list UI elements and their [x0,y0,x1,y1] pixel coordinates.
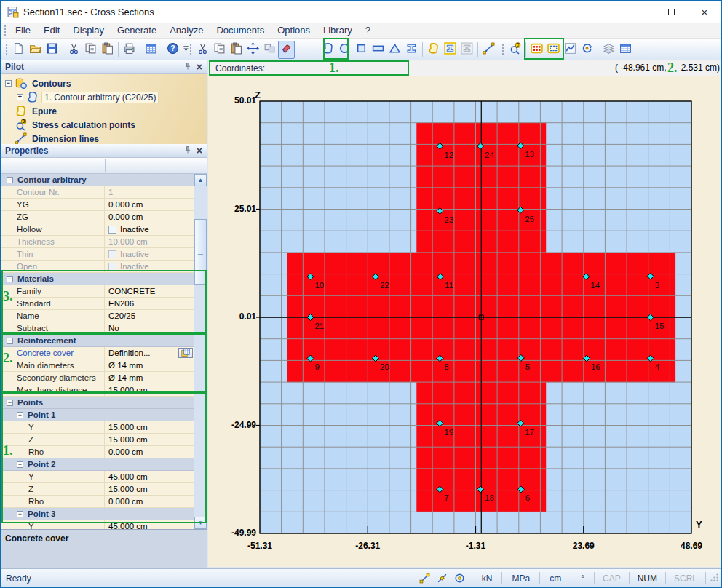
paste-button[interactable] [99,41,116,59]
property-row-open[interactable]: OpenInactive [1,261,195,273]
section-plot[interactable]: 122413232510221114321159208516419177186 [260,101,691,533]
contour-circle-button[interactable] [336,41,353,59]
property-value[interactable]: 0.000 cm [105,446,195,458]
unit-deg[interactable]: ° [575,573,590,584]
unit-cm[interactable]: cm [544,573,567,584]
property-row-yg[interactable]: YG0.000 cm [1,199,195,211]
reinforcement-bars-button[interactable] [528,41,545,59]
property-row-thin[interactable]: ThinInactive [1,248,195,261]
checkbox[interactable] [108,250,116,258]
help-button[interactable]: ? [164,41,181,59]
i-section-disabled-button[interactable] [459,41,475,59]
maximize-button[interactable] [654,1,688,23]
cut-button[interactable] [194,41,211,59]
paste-button[interactable] [228,41,245,59]
menu-display[interactable]: Display [66,23,111,37]
collapse-icon[interactable]: − [7,276,13,282]
move-button[interactable] [245,41,261,59]
property-value[interactable]: Inactive [105,223,195,235]
menu-[interactable]: ? [359,23,377,37]
property-row-y[interactable]: Y45.000 cm [1,471,195,483]
property-row-secondary-diameters[interactable]: Secondary diametersØ 14 mm [1,372,195,384]
open-file-button[interactable] [27,41,44,59]
property-value[interactable]: 15.000 cm [105,421,195,433]
property-value[interactable]: Inactive [105,261,195,272]
contour-triangle-button[interactable] [386,41,403,59]
copy-button[interactable] [211,41,228,59]
pilot-item-epure[interactable]: Epure [1,104,207,118]
collapse-icon[interactable]: − [7,400,13,406]
layers-button[interactable] [600,41,617,59]
property-group-reinforcement[interactable]: −Reinforcement [1,335,195,347]
definition-button[interactable] [178,348,193,358]
menu-edit[interactable]: Edit [37,23,66,37]
property-value[interactable]: 0.000 cm [105,211,195,223]
collapse-icon[interactable]: − [5,80,12,87]
property-row-rho[interactable]: Rho0.000 cm [1,496,195,508]
properties-scrollbar[interactable]: ▲ ▼ [194,174,207,529]
property-row-y[interactable]: Y15.000 cm [1,421,195,434]
toolbar-grip[interactable] [6,44,7,55]
pilot-item-contours[interactable]: −Contours [1,76,207,90]
drawing-canvas[interactable]: 1224132325102211143211592085164191771865… [208,76,722,567]
menu-generate[interactable]: Generate [111,23,163,37]
property-row-zg[interactable]: ZG0.000 cm [1,211,195,223]
scroll-down-button[interactable]: ▼ [194,517,207,529]
property-row-contour-nr-[interactable]: Contour Nr.1 [1,186,195,199]
scrollbar-thumb[interactable] [194,219,207,285]
property-row-concrete-cover[interactable]: Concrete coverDefinition... [1,347,195,359]
checkbox[interactable] [108,226,116,234]
menu-file[interactable]: File [9,23,37,37]
menu-options[interactable]: Options [271,23,317,37]
close-icon[interactable]: × [197,62,202,72]
epure-i-section-button[interactable] [442,41,459,59]
property-group-point-3[interactable]: −Point 3 [1,508,195,520]
property-value[interactable]: 10.000 cm [105,236,195,247]
property-value[interactable]: 45.000 cm [105,520,195,529]
property-row-family[interactable]: FamilyCONCRETE [1,285,195,298]
property-value[interactable]: 0.000 cm [105,199,195,210]
new-document-button[interactable] [10,41,27,59]
unit-mpa[interactable]: MPa [506,573,536,584]
collapse-icon[interactable]: − [7,338,13,344]
close-button[interactable]: × [688,1,721,23]
pilot-item-1-contour-arbitrary-c20-25[interactable]: +1. Contour arbitrary (C20/25) [1,90,207,104]
minimize-button[interactable] [621,1,654,23]
property-row-z[interactable]: Z15.000 cm [1,483,195,496]
toolbar-grip[interactable] [502,44,504,55]
save-file-button[interactable] [44,41,60,59]
rotate-view-button[interactable] [579,41,595,59]
checkbox[interactable] [108,263,116,271]
menu-library[interactable]: Library [317,23,359,37]
property-row-name[interactable]: NameC20/25 [1,310,195,322]
property-row-thickness[interactable]: Thickness10.000 cm [1,236,195,248]
property-value[interactable]: No [105,322,195,334]
duplicate-button[interactable] [261,41,278,59]
collapse-icon[interactable]: − [17,461,23,468]
property-row-hollow[interactable]: HollowInactive [1,223,195,236]
menu-analyze[interactable]: Analyze [163,23,210,37]
collapse-icon[interactable]: − [17,412,23,418]
unit-kn[interactable]: kN [476,573,499,584]
property-value[interactable]: EN206 [105,298,195,309]
property-value[interactable]: Ø 14 mm [105,359,195,371]
property-value[interactable]: Ø 14 mm [105,372,195,384]
property-value[interactable]: 1 [105,186,195,198]
property-row-rho[interactable]: Rho0.000 cm [1,446,195,458]
property-group-point-2[interactable]: −Point 2 [1,458,195,471]
eraser-button[interactable] [278,41,295,59]
property-value[interactable]: 15.000 cm [105,483,195,495]
scroll-up-button[interactable]: ▲ [194,174,207,186]
contour-i-section-button[interactable] [403,41,420,59]
pin-icon[interactable] [183,146,192,156]
collapse-icon[interactable]: − [17,511,23,517]
expand-icon[interactable]: + [17,94,23,100]
property-value[interactable]: 15.000 cm [105,384,195,396]
cut-button[interactable] [66,41,82,59]
collapse-icon[interactable]: − [7,177,13,183]
pin-icon[interactable] [183,62,192,73]
epure-contour-button[interactable] [425,41,442,59]
stress-diagram-button[interactable] [562,41,579,59]
property-value[interactable]: 45.000 cm [105,471,195,482]
dimension-line-button[interactable] [480,41,497,59]
